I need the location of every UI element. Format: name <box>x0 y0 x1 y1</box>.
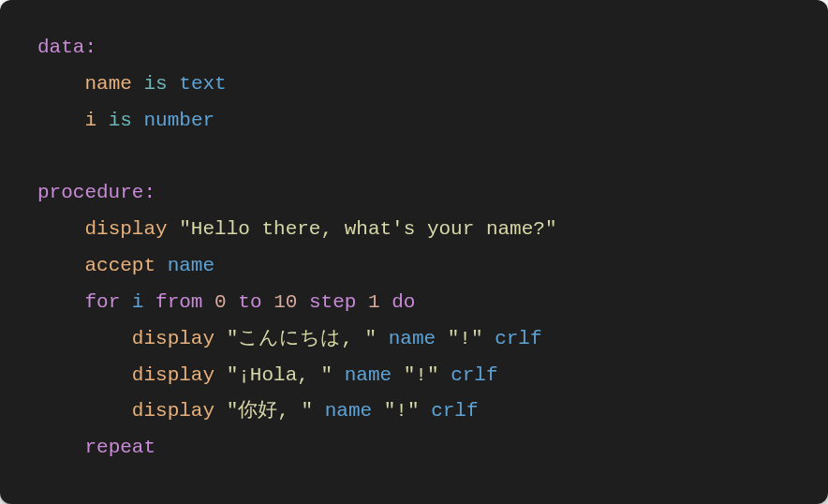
keyword-for: for <box>84 291 120 313</box>
keyword-step: step <box>309 291 356 313</box>
keyword-crlf: crlf <box>451 364 497 386</box>
keyword-to: to <box>238 291 261 313</box>
variable-name: name <box>168 255 214 276</box>
code-line-10: display "¡Hola, " name "!" crlf <box>37 358 791 394</box>
type-number: number <box>143 110 214 131</box>
code-line-7: accept name <box>37 248 791 285</box>
string-chinese: "你好, " <box>227 400 313 422</box>
keyword-accept: accept <box>84 255 155 276</box>
code-block: data: name is text i is number procedure… <box>0 0 828 504</box>
code-line-4-blank <box>37 140 791 176</box>
keyword-repeat: repeat <box>84 437 155 458</box>
keyword-is: is <box>143 73 167 95</box>
number-1: 1 <box>368 291 380 313</box>
number-10: 10 <box>274 291 297 313</box>
string-japanese: "こんにちは, " <box>227 328 377 349</box>
string-hello: "Hello there, what's your name?" <box>179 218 556 240</box>
keyword-do: do <box>392 291 415 313</box>
code-line-2: name is text <box>37 67 791 103</box>
string-bang: "!" <box>448 328 483 349</box>
keyword-display: display <box>132 400 214 422</box>
code-line-9: display "こんにちは, " name "!" crlf <box>37 321 791 358</box>
string-bang: "!" <box>384 400 420 422</box>
code-line-8: for i from 0 to 10 step 1 do <box>37 285 791 321</box>
keyword-display: display <box>132 364 214 386</box>
keyword-is: is <box>109 110 132 131</box>
code-line-1: data: <box>37 30 791 67</box>
keyword-display: display <box>84 218 167 240</box>
keyword-display: display <box>132 328 214 349</box>
string-bang: "!" <box>404 364 439 386</box>
keyword-data: data: <box>37 37 96 58</box>
string-spanish: "¡Hola, " <box>227 364 333 386</box>
keyword-from: from <box>155 291 202 313</box>
variable-i: i <box>84 110 96 131</box>
keyword-crlf: crlf <box>431 400 478 422</box>
keyword-crlf: crlf <box>495 328 541 349</box>
code-line-11: display "你好, " name "!" crlf <box>37 393 791 430</box>
code-line-5: procedure: <box>37 175 791 212</box>
number-0: 0 <box>214 291 227 313</box>
type-text: text <box>179 73 226 95</box>
code-line-12: repeat <box>37 430 791 467</box>
variable-i: i <box>132 291 144 313</box>
code-line-6: display "Hello there, what's your name?" <box>37 212 791 248</box>
code-line-3: i is number <box>37 103 791 140</box>
variable-name: name <box>345 364 392 386</box>
variable-name: name <box>389 328 436 349</box>
variable-name: name <box>84 73 131 95</box>
variable-name: name <box>325 400 372 422</box>
keyword-procedure: procedure: <box>37 182 155 203</box>
